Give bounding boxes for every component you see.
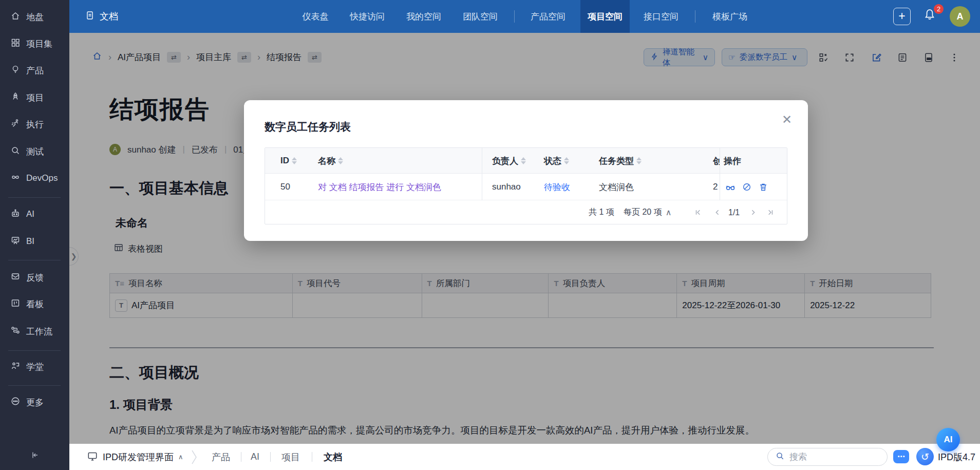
- modal-title: 数字员工任务列表: [265, 120, 351, 134]
- app-brand[interactable]: 文档: [85, 0, 118, 33]
- task-name-link[interactable]: 对 文档 结项报告 进行 文档润色: [318, 174, 441, 200]
- sidebar-item-bi[interactable]: BI: [10, 232, 66, 251]
- search-input[interactable]: [789, 452, 872, 462]
- task-status-link[interactable]: 待验收: [544, 174, 570, 200]
- delete-trash-icon[interactable]: [757, 182, 770, 192]
- view-detail-glasses-icon[interactable]: [724, 181, 737, 193]
- column-header-name[interactable]: 名称: [318, 148, 343, 174]
- home-icon: [10, 11, 21, 24]
- close-icon[interactable]: ✕: [779, 112, 795, 128]
- last-page-icon[interactable]: [766, 200, 775, 224]
- first-page-icon[interactable]: [693, 200, 702, 224]
- task-table: ID 名称 负责人 状态 任务类型 创 操作: [265, 147, 787, 224]
- sidebar-item-project[interactable]: 项目: [10, 88, 66, 107]
- ai-assistant-button[interactable]: AI: [936, 428, 960, 452]
- cell-clipped: 2: [713, 174, 720, 200]
- fixed-column-divider: [482, 148, 482, 200]
- robot-icon: [10, 208, 21, 221]
- workflow-icon: [10, 325, 21, 338]
- bottom-tab-product[interactable]: 产品: [212, 444, 230, 470]
- sort-icon: [636, 157, 642, 164]
- fixed-column-divider: [720, 148, 720, 200]
- sidebar-item-execution[interactable]: 执行: [10, 115, 66, 134]
- sidebar-item-label: DevOps: [26, 173, 58, 183]
- app-root: 地盘 项目集 产品 项目 执行 测试 DevOps AI: [0, 0, 980, 470]
- sidebar-item-academy[interactable]: 学堂: [10, 358, 66, 376]
- sidebar-item-product[interactable]: 产品: [10, 61, 66, 80]
- cell-task-type: 文档润色: [599, 174, 634, 200]
- cell-task-owner: sunhao: [492, 174, 521, 200]
- page-size-select[interactable]: 每页 20 项 ∧: [624, 200, 671, 224]
- nav-item-quick-access[interactable]: 快捷访问: [343, 0, 392, 33]
- envelope-icon: [10, 271, 21, 284]
- nav-item-template-market[interactable]: 模板广场: [705, 0, 755, 33]
- column-header-type[interactable]: 任务类型: [599, 148, 642, 174]
- nav-item-product-space[interactable]: 产品空间: [523, 0, 573, 33]
- search-box[interactable]: [767, 448, 888, 466]
- chevron-up-icon: ∧: [178, 453, 183, 461]
- sidebar-item-home[interactable]: 地盘: [10, 8, 66, 26]
- task-table-pagination: 共 1 项 每页 20 项 ∧ 1/1: [265, 200, 787, 224]
- chevron-up-icon: ∧: [666, 208, 672, 217]
- sidebar-item-test[interactable]: 测试: [10, 142, 66, 161]
- column-header-owner[interactable]: 负责人: [492, 148, 526, 174]
- sidebar-item-label: BI: [26, 236, 34, 247]
- sidebar-item-label: 地盘: [26, 11, 44, 23]
- column-header-clipped[interactable]: 创: [713, 148, 720, 174]
- sidebar-item-devops[interactable]: DevOps: [10, 169, 66, 187]
- cancel-ban-icon[interactable]: [740, 182, 753, 192]
- document-icon: [85, 10, 95, 23]
- create-button[interactable]: +: [893, 8, 911, 25]
- digital-employee-task-modal: 数字员工任务列表 ✕ ID 名称 负责人 状态 任务类型: [244, 100, 808, 241]
- sort-icon: [338, 157, 343, 164]
- sidebar-item-label: 产品: [26, 65, 44, 77]
- sidebar-collapse-icon[interactable]: [0, 446, 69, 464]
- sidebar-item-label: 更多: [26, 397, 44, 408]
- sidebar-item-workflow[interactable]: 工作流: [10, 322, 66, 341]
- kanban-icon: [10, 298, 21, 311]
- nav-item-my-space[interactable]: 我的空间: [399, 0, 448, 33]
- notification-badge: 2: [934, 4, 944, 14]
- prev-page-icon[interactable]: [713, 200, 722, 224]
- bottom-tab-ai[interactable]: AI: [251, 444, 259, 470]
- bottom-tab-doc[interactable]: 文档: [324, 444, 342, 470]
- brand-label: 文档: [100, 10, 118, 23]
- sidebar-divider: [8, 260, 61, 260]
- rocket-icon: [10, 91, 21, 104]
- sidebar-item-more[interactable]: 更多: [10, 393, 66, 411]
- sidebar-divider: [8, 197, 61, 198]
- app-switcher[interactable]: IPD研发管理界面 ∧: [87, 444, 183, 470]
- sidebar-item-feedback[interactable]: 反馈: [10, 268, 66, 287]
- user-avatar[interactable]: A: [950, 6, 970, 27]
- notification-bell[interactable]: 2: [923, 8, 940, 25]
- sort-icon: [292, 157, 297, 164]
- nav-item-team-space[interactable]: 团队空间: [456, 0, 505, 33]
- nav-divider: [514, 10, 515, 23]
- more-icon: [10, 396, 21, 409]
- sort-icon: [521, 157, 526, 164]
- sidebar-item-program[interactable]: 项目集: [10, 34, 66, 53]
- chat-bubble-icon[interactable]: ⋯: [893, 450, 909, 463]
- bulb-icon: [10, 64, 21, 77]
- nav-item-project-space[interactable]: 项目空间: [580, 0, 630, 33]
- grid-icon: [10, 37, 21, 50]
- nav-item-api-space[interactable]: 接口空间: [636, 0, 686, 33]
- sidebar-item-label: 项目集: [26, 38, 52, 50]
- sidebar-item-kanban[interactable]: 看板: [10, 295, 66, 313]
- column-header-status[interactable]: 状态: [544, 148, 569, 174]
- nav-item-dashboard[interactable]: 仪表盘: [295, 0, 336, 33]
- sidebar-item-ai[interactable]: AI: [10, 205, 66, 223]
- teacher-icon: [10, 361, 21, 373]
- monitor-icon: [87, 450, 98, 464]
- column-header-id[interactable]: ID: [280, 148, 297, 174]
- sidebar-item-label: AI: [26, 209, 34, 219]
- sidebar-item-label: 工作流: [26, 326, 52, 337]
- sidebar-item-label: 执行: [26, 119, 44, 130]
- nav-divider: [695, 10, 695, 23]
- next-page-icon[interactable]: [749, 200, 758, 224]
- page-indicator: 1/1: [728, 200, 740, 224]
- bottom-bar: IPD研发管理界面 ∧ 产品 AI 项目 文档 ⋯ ↺ IPD版4.7: [69, 444, 980, 470]
- bottom-tab-project[interactable]: 项目: [281, 444, 300, 470]
- slash-separator: [191, 444, 198, 470]
- sidebar-item-label: 项目: [26, 92, 44, 104]
